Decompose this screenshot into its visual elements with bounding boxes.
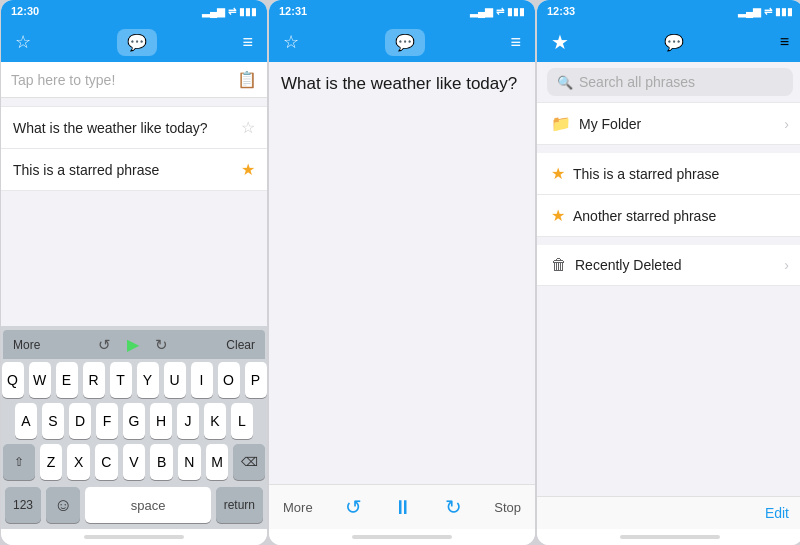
key-m[interactable]: M xyxy=(206,444,229,480)
key-g[interactable]: G xyxy=(123,403,145,439)
folder-icon: 📁 xyxy=(551,114,571,133)
return-key[interactable]: return xyxy=(216,487,263,523)
phrase-item-1[interactable]: What is the weather like today? ☆ xyxy=(1,106,267,149)
key-f[interactable]: F xyxy=(96,403,118,439)
key-h[interactable]: H xyxy=(150,403,172,439)
delete-key[interactable]: ⌫ xyxy=(233,444,265,480)
folder-item[interactable]: 📁 My Folder › xyxy=(537,102,800,145)
battery-icon-3: ▮▮▮ xyxy=(775,6,793,17)
key-a[interactable]: A xyxy=(15,403,37,439)
play-icon[interactable]: ▶ xyxy=(127,335,139,354)
key-r[interactable]: R xyxy=(83,362,105,398)
forward-icon[interactable]: ↻ xyxy=(445,495,462,519)
content-1: Tap here to type! 📋 What is the weather … xyxy=(1,62,267,529)
key-d[interactable]: D xyxy=(69,403,91,439)
key-p[interactable]: P xyxy=(245,362,267,398)
star-nav-icon-2[interactable]: ☆ xyxy=(283,31,299,53)
status-bar-1: 12:30 ▂▄▆ ⇌ ▮▮▮ xyxy=(1,0,267,22)
phrase-item-2[interactable]: This is a starred phrase ★ xyxy=(1,149,267,191)
wifi-icon-1: ⇌ xyxy=(228,6,236,17)
key-v[interactable]: V xyxy=(123,444,146,480)
space-key[interactable]: space xyxy=(85,487,210,523)
key-q[interactable]: Q xyxy=(2,362,24,398)
key-x[interactable]: X xyxy=(67,444,90,480)
edit-button[interactable]: Edit xyxy=(765,505,789,521)
recently-deleted-item[interactable]: 🗑 Recently Deleted › xyxy=(537,245,800,286)
key-k[interactable]: K xyxy=(204,403,226,439)
search-icon: 🔍 xyxy=(557,75,573,90)
phrase-text-1: What is the weather like today? xyxy=(13,120,208,136)
key-y[interactable]: Y xyxy=(137,362,159,398)
starred-phrase-1[interactable]: ★ This is a starred phrase xyxy=(537,153,800,195)
phone-1: 12:30 ▂▄▆ ⇌ ▮▮▮ ☆ 💬 ≡ Tap here to type! … xyxy=(1,0,267,545)
more-playback-button[interactable]: More xyxy=(283,500,313,515)
phone-2: 12:31 ▂▄▆ ⇌ ▮▮▮ ☆ 💬 ≡ What is the weathe… xyxy=(269,0,535,545)
redo-icon[interactable]: ↻ xyxy=(155,336,168,354)
time-3: 12:33 xyxy=(547,5,575,17)
pause-icon[interactable]: ⏸ xyxy=(393,496,413,519)
star-icon-sp2: ★ xyxy=(551,206,565,225)
signal-icon-1: ▂▄▆ xyxy=(202,6,225,17)
home-indicator-1 xyxy=(1,529,267,545)
speech-bubble-icon-3[interactable]: 💬 xyxy=(664,33,684,52)
emoji-key[interactable]: ☺ xyxy=(46,487,80,523)
key-b[interactable]: B xyxy=(150,444,173,480)
key-z[interactable]: Z xyxy=(40,444,63,480)
key-i[interactable]: I xyxy=(191,362,213,398)
key-w[interactable]: W xyxy=(29,362,51,398)
more-button[interactable]: More xyxy=(13,338,40,352)
undo-icon[interactable]: ↺ xyxy=(98,336,111,354)
displayed-phrase: What is the weather like today? xyxy=(281,74,517,93)
key-c[interactable]: C xyxy=(95,444,118,480)
edit-bar: Edit xyxy=(537,496,800,529)
phone-3: 12:33 ▂▄▆ ⇌ ▮▮▮ ★ 💬 ≡ 🔍 Search all phras… xyxy=(537,0,800,545)
home-indicator-2 xyxy=(269,529,535,545)
phrase-list-1: What is the weather like today? ☆ This i… xyxy=(1,98,267,326)
toolbar-icons: ↺ ▶ ↻ xyxy=(98,335,168,354)
num-key[interactable]: 123 xyxy=(5,487,41,523)
star-outline-icon-1[interactable]: ☆ xyxy=(241,118,255,137)
keyboard-area: More ↺ ▶ ↻ Clear Q W E R T Y U I O P xyxy=(1,326,267,529)
star-filled-icon-2[interactable]: ★ xyxy=(241,160,255,179)
key-n[interactable]: N xyxy=(178,444,201,480)
search-input[interactable]: 🔍 Search all phrases xyxy=(547,68,793,96)
menu-icon-1[interactable]: ≡ xyxy=(242,32,253,53)
copy-icon[interactable]: 📋 xyxy=(237,70,257,89)
battery-icon-2: ▮▮▮ xyxy=(507,6,525,17)
key-u[interactable]: U xyxy=(164,362,186,398)
phrase-input-bar[interactable]: Tap here to type! 📋 xyxy=(1,62,267,98)
signal-icon-3: ▂▄▆ xyxy=(738,6,761,17)
time-2: 12:31 xyxy=(279,5,307,17)
star-nav-icon-1[interactable]: ☆ xyxy=(15,31,31,53)
key-l[interactable]: L xyxy=(231,403,253,439)
rewind-icon[interactable]: ↺ xyxy=(345,495,362,519)
menu-icon-3[interactable]: ≡ xyxy=(780,33,789,51)
shift-key[interactable]: ⇧ xyxy=(3,444,35,480)
home-indicator-3 xyxy=(537,529,800,545)
nav-bar-2: ☆ 💬 ≡ xyxy=(269,22,535,62)
status-icons-2: ▂▄▆ ⇌ ▮▮▮ xyxy=(470,6,525,17)
stop-button[interactable]: Stop xyxy=(494,500,521,515)
key-j[interactable]: J xyxy=(177,403,199,439)
menu-icon-2[interactable]: ≡ xyxy=(510,32,521,53)
content-3: 📁 My Folder › ★ This is a starred phrase… xyxy=(537,102,800,496)
key-s[interactable]: S xyxy=(42,403,64,439)
phrase-display: What is the weather like today? xyxy=(269,62,535,484)
nav-center-1[interactable]: 💬 xyxy=(117,29,157,56)
signal-icon-2: ▂▄▆ xyxy=(470,6,493,17)
wifi-icon-3: ⇌ xyxy=(764,6,772,17)
clear-button[interactable]: Clear xyxy=(226,338,255,352)
recently-deleted-chevron-icon: › xyxy=(784,257,789,273)
key-t[interactable]: T xyxy=(110,362,132,398)
status-icons-3: ▂▄▆ ⇌ ▮▮▮ xyxy=(738,6,793,17)
starred-phrase-2[interactable]: ★ Another starred phrase xyxy=(537,195,800,237)
section-sep-2 xyxy=(537,237,800,245)
speech-bubble-icon-1: 💬 xyxy=(127,33,147,52)
nav-center-2[interactable]: 💬 xyxy=(385,29,425,56)
key-e[interactable]: E xyxy=(56,362,78,398)
star-nav-icon-3[interactable]: ★ xyxy=(551,30,569,54)
key-o[interactable]: O xyxy=(218,362,240,398)
kb-row-1: Q W E R T Y U I O P xyxy=(3,362,265,398)
input-placeholder: Tap here to type! xyxy=(11,72,115,88)
search-placeholder: Search all phrases xyxy=(579,74,695,90)
